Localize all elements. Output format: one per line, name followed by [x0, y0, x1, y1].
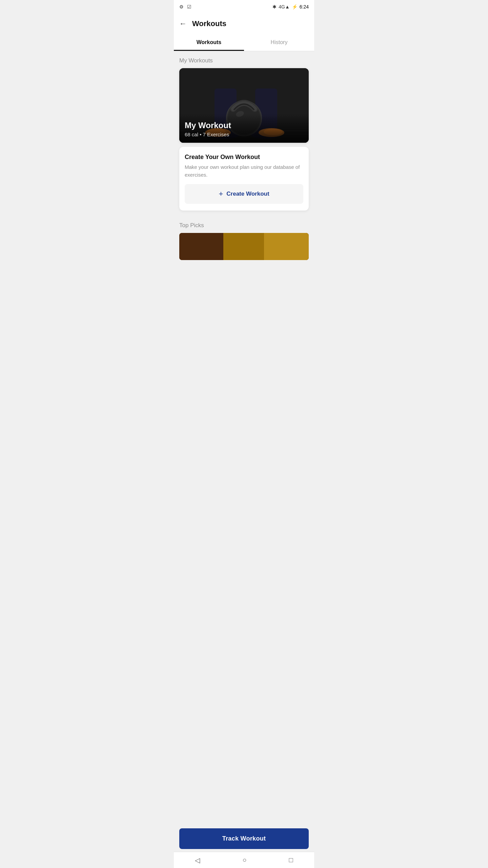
top-picks-section: Top Picks: [174, 215, 314, 260]
main-content: My Workouts: [174, 51, 314, 287]
battery-icon: ⚡: [292, 4, 298, 9]
workout-overlay: My Workout 68 cal • 7 Exercises: [179, 115, 309, 143]
tab-workouts[interactable]: Workouts: [174, 34, 244, 51]
plus-icon: +: [219, 190, 223, 198]
top-picks-preview: [179, 233, 309, 260]
back-button[interactable]: ←: [179, 19, 187, 28]
my-workouts-section-header: My Workouts: [174, 51, 314, 68]
workout-image: My Workout 68 cal • 7 Exercises: [179, 68, 309, 143]
status-bar-left: ⚙ ☑: [179, 4, 191, 9]
svg-rect-18: [179, 233, 309, 260]
status-bar: ⚙ ☑ ✱ 4G▲ ⚡ 6:24: [174, 0, 314, 14]
tab-history[interactable]: History: [244, 34, 314, 51]
settings-icon: ⚙: [179, 4, 184, 9]
signal-icon: 4G▲: [279, 4, 290, 9]
header: ← Workouts: [174, 14, 314, 34]
create-card-description: Make your own workout plan using our dat…: [185, 163, 303, 179]
workout-card[interactable]: My Workout 68 cal • 7 Exercises: [179, 68, 309, 143]
status-bar-right: ✱ 4G▲ ⚡ 6:24: [272, 4, 309, 9]
status-time: 6:24: [300, 4, 309, 9]
workout-meta: 68 cal • 7 Exercises: [185, 132, 303, 137]
top-picks-header: Top Picks: [174, 216, 314, 233]
page-title: Workouts: [192, 19, 226, 28]
create-card-title: Create Your Own Workout: [185, 154, 303, 161]
clipboard-icon: ☑: [187, 4, 191, 9]
create-workout-label: Create Workout: [226, 191, 269, 197]
workout-name: My Workout: [185, 121, 303, 130]
create-workout-card: Create Your Own Workout Make your own wo…: [179, 147, 309, 211]
tabs-container: Workouts History: [174, 34, 314, 51]
create-workout-button[interactable]: + Create Workout: [185, 184, 303, 204]
bluetooth-icon: ✱: [272, 4, 277, 9]
